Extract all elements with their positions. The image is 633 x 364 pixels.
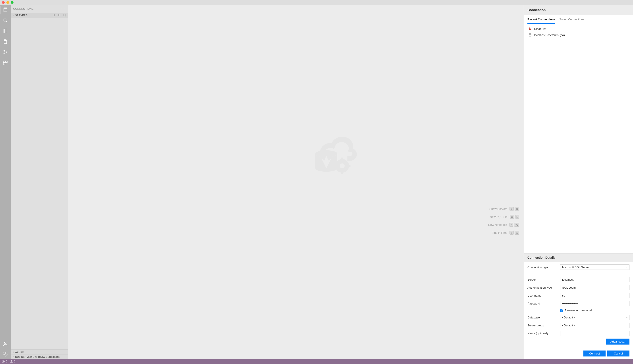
shortcut-label: Find in Files [492, 231, 507, 234]
chevron-down-icon: ⌄ [626, 286, 627, 289]
svg-line-4 [6, 21, 7, 22]
tab-saved[interactable]: Saved Connections [559, 15, 584, 24]
connection-details-header: Connection Details [524, 254, 633, 262]
database-select[interactable]: <Default>▾ [560, 315, 629, 320]
errors-count: 0 [6, 360, 7, 363]
label-server: Server [527, 278, 557, 281]
username-input[interactable] [560, 293, 629, 298]
key-icon: ⇧ [509, 231, 514, 235]
shortcut-label: New Notebook [488, 223, 507, 226]
connection-header: Connection [524, 5, 633, 15]
key-icon: ⌘ [515, 207, 519, 211]
svg-rect-17 [64, 14, 65, 16]
connection-form: Connection type Microsoft SQL Server⌄ Se… [524, 262, 633, 338]
key-icon: ⌥ [514, 223, 519, 227]
recent-item-label: localhost, <default> (sa) [534, 34, 565, 37]
titlebar [0, 0, 633, 5]
explorer-icon[interactable] [3, 39, 8, 44]
server-icon [528, 33, 532, 37]
label-database: Database [527, 316, 557, 319]
svg-rect-22 [341, 158, 343, 160]
connections-icon[interactable] [3, 7, 8, 12]
svg-point-7 [4, 50, 5, 51]
source-control-icon[interactable] [3, 50, 8, 55]
svg-rect-5 [4, 29, 7, 33]
remember-password-label: Remember password [565, 309, 592, 312]
label-auth: Authentication type [527, 286, 557, 289]
key-icon: ^ [509, 223, 513, 227]
status-warnings[interactable]: 0 [10, 360, 16, 363]
server-input[interactable] [560, 277, 629, 282]
clear-list-label: Clear List [534, 27, 546, 30]
servers-section[interactable]: ⌄ SERVERS [11, 12, 68, 18]
activity-bar [0, 5, 11, 359]
window-close-icon[interactable] [2, 1, 5, 4]
server-group-select[interactable]: <Default>⌄ [560, 323, 629, 328]
chevron-down-icon: ⌄ [13, 14, 15, 16]
label-password: Password [527, 302, 557, 305]
auth-type-select[interactable]: SQL Login⌄ [560, 285, 629, 290]
svg-point-9 [6, 52, 7, 53]
notebooks-icon[interactable] [3, 28, 8, 34]
connection-tabs: Recent Connections Saved Connections [524, 15, 633, 24]
account-icon[interactable] [3, 341, 8, 346]
new-server-icon[interactable] [63, 14, 66, 17]
svg-rect-12 [3, 63, 5, 65]
remember-password-checkbox[interactable] [560, 309, 563, 312]
new-connection-icon[interactable] [53, 14, 56, 17]
name-input[interactable] [560, 330, 629, 336]
shortcut-new-notebook: New Notebook ^⌥ [488, 223, 519, 227]
key-icon: ⌘ [515, 231, 519, 235]
label-name: Name (optional) [527, 332, 557, 335]
azure-section[interactable]: ⌄ AZURE [11, 350, 68, 354]
chevron-right-icon: ⌄ [12, 351, 15, 353]
status-errors[interactable]: 0 [2, 360, 7, 363]
svg-rect-23 [341, 171, 343, 174]
key-icon: N [515, 215, 519, 219]
svg-rect-25 [348, 165, 350, 167]
chevron-down-icon: ⌄ [626, 324, 627, 327]
clear-list-icon [528, 27, 532, 30]
password-input[interactable] [560, 301, 629, 306]
bigdata-label: SQL SERVER BIG DATA CLUSTERS [15, 356, 60, 358]
svg-point-21 [340, 164, 345, 168]
svg-point-8 [4, 53, 5, 54]
svg-rect-10 [3, 61, 5, 62]
bigdata-section[interactable]: ⌄ SQL SERVER BIG DATA CLUSTERS [11, 354, 68, 359]
side-panel-more-icon[interactable]: ··· [61, 7, 65, 11]
svg-point-37 [11, 362, 12, 362]
chevron-right-icon: ⌄ [12, 356, 15, 358]
azure-label: AZURE [15, 351, 24, 354]
tab-recent[interactable]: Recent Connections [527, 15, 555, 24]
connection-footer: Connect Cancel [524, 348, 633, 359]
shortcut-label: Show Servers [489, 207, 507, 210]
shortcut-label: New SQL File [490, 215, 507, 218]
advanced-button[interactable]: Advanced... [606, 338, 629, 344]
svg-rect-11 [6, 61, 7, 62]
window-maximize-icon[interactable] [11, 1, 14, 4]
side-panel-title: CONNECTIONS ··· [11, 5, 68, 12]
recent-list: Clear List localhost, <default> (sa) [524, 24, 633, 40]
connect-button[interactable]: Connect [583, 350, 605, 356]
shortcut-find-files: Find in Files ⇧⌘ [492, 231, 519, 235]
settings-icon[interactable] [3, 352, 8, 357]
shortcut-new-sql: New SQL File ⌘N [490, 215, 519, 219]
svg-rect-31 [529, 34, 531, 36]
clear-list-button[interactable]: Clear List [527, 26, 629, 32]
recent-connection-item[interactable]: localhost, <default> (sa) [527, 32, 629, 38]
status-bar: 0 0 [0, 359, 633, 364]
extensions-icon[interactable] [3, 60, 8, 66]
cancel-button[interactable]: Cancel [607, 350, 629, 356]
servers-label: SERVERS [15, 14, 28, 16]
label-connection-type: Connection type [527, 266, 557, 269]
window-minimize-icon[interactable] [7, 1, 9, 4]
connection-type-value: Microsoft SQL Server [562, 266, 590, 269]
auth-type-value: SQL Login [562, 286, 576, 289]
editor-area: Show Servers ⇧⌘ New SQL File ⌘N New Note… [68, 5, 524, 359]
new-group-icon[interactable] [58, 14, 61, 17]
welcome-shortcuts: Show Servers ⇧⌘ New SQL File ⌘N New Note… [488, 207, 519, 235]
chevron-down-icon: ⌄ [626, 266, 627, 268]
search-icon[interactable] [3, 18, 8, 23]
connection-type-select[interactable]: Microsoft SQL Server⌄ [560, 264, 629, 270]
main-area: CONNECTIONS ··· ⌄ SERVERS ⌄ AZURE ⌄ SQL … [0, 5, 633, 359]
